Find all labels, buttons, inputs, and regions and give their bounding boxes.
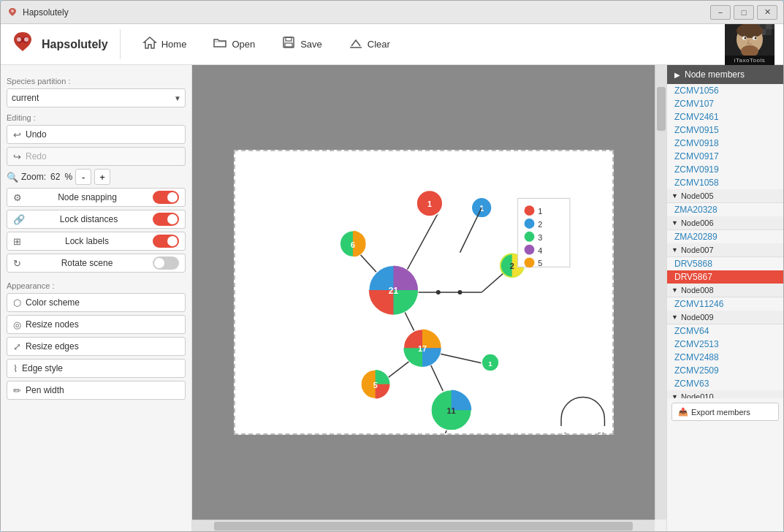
list-item[interactable]: ZMA20289 [667,230,783,243]
home-label: Home [161,39,187,50]
zoom-row: 🔍 Zoom: 62 % - + [7,169,186,185]
list-item[interactable]: ZCMV0918 [667,137,783,150]
svg-rect-9 [766,24,772,30]
node-members-title: Node members [685,69,745,80]
save-button[interactable]: Save [271,31,332,57]
zoom-value: 62 [50,172,60,182]
list-item[interactable]: ZCMV2509 [667,364,783,377]
rotate-scene-toggle[interactable] [153,256,179,270]
list-item[interactable]: DRV5868 [667,257,783,270]
pen-width-button[interactable]: ✏ Pen width [7,381,186,400]
titlebar: Hapsolutely − □ ✕ [1,1,783,24]
color-scheme-button[interactable]: ⬡ Color scheme [7,293,186,312]
group-icon: ▼ [671,286,678,294]
node-group[interactable]: ▼Node005 [667,189,783,203]
list-item[interactable]: ZCMV1058 [667,176,783,189]
export-icon: 📤 [678,407,688,417]
node-group[interactable]: ▼Node010 [667,390,783,398]
svg-point-0 [11,10,14,12]
edge-style-button[interactable]: ⌇ Edge style [7,359,186,378]
lock-labels-toggle[interactable] [153,235,179,248]
svg-point-70 [524,232,534,242]
group-label: Node005 [681,191,714,200]
maximize-button[interactable]: □ [734,5,754,20]
svg-text:1: 1 [488,360,492,368]
horizontal-scrollbar[interactable] [192,520,655,531]
vertical-scroll-thumb[interactable] [657,87,666,131]
network-visualization[interactable]: 1 1 6 [235,151,612,433]
svg-rect-13 [766,29,772,35]
zoom-icon: 🔍 [7,172,18,183]
node-group[interactable]: ▼Node007 [667,243,783,257]
save-label: Save [300,39,322,50]
species-dropdown[interactable]: current [7,88,186,107]
redo-button[interactable]: ↪ Redo [7,147,186,166]
zoom-plus-button[interactable]: + [94,169,110,185]
list-item[interactable]: ZCMV2513 [667,338,783,351]
node-members-header[interactable]: ▶ Node members [667,65,783,84]
color-scheme-label: Color scheme [26,297,80,308]
node-group[interactable]: ▼Node006 [667,216,783,230]
list-item[interactable]: ZCMV64 [667,324,783,338]
node-group[interactable]: ▼Node008 [667,284,783,297]
minimize-button[interactable]: − [710,5,731,20]
list-item[interactable]: ZCMV0917 [667,150,783,163]
list-item[interactable]: ZCMV0919 [667,163,783,176]
resize-nodes-icon: ◎ [13,319,21,330]
zoom-percent: % [64,172,72,182]
open-icon [213,36,227,53]
list-item[interactable]: ZCMV11246 [667,297,783,311]
open-button[interactable]: Open [202,31,265,57]
svg-text:21: 21 [388,286,398,296]
home-button[interactable]: Home [132,31,197,57]
svg-point-16 [737,24,763,39]
list-item[interactable]: ZCMV1056 [667,84,783,97]
node-group[interactable]: ▼Node009 [667,311,783,324]
rotate-scene-row[interactable]: ↻ Rotate scene [7,254,186,273]
list-item[interactable]: DRV5867 [667,270,783,284]
undo-button[interactable]: ↩ Undo [7,125,186,144]
node-snapping-row[interactable]: ⚙ Node snapping [7,188,186,207]
svg-rect-10 [772,24,775,30]
app-logo: Hapsolutely [9,29,121,59]
svg-text:5: 5 [538,259,542,267]
list-item[interactable]: ZCMV63 [667,377,783,390]
svg-point-68 [524,218,534,229]
node-snapping-toggle[interactable] [153,191,179,204]
lock-distances-toggle[interactable] [153,213,179,226]
clear-button[interactable]: Clear [338,31,400,57]
resize-nodes-button[interactable]: ◎ Resize nodes [7,315,186,334]
lock-labels-icon: ⊞ [13,236,21,247]
canvas-frame[interactable]: 1 1 6 [234,150,614,435]
group-label: Node007 [681,246,714,254]
export-members-button[interactable]: 📤 Export members [671,403,779,421]
left-panel: Species partition : current ▼ Editing : … [1,65,192,531]
zoom-minus-button[interactable]: - [75,169,91,185]
svg-point-26 [457,290,462,294]
list-item[interactable]: ZCMV2488 [667,351,783,364]
group-icon: ▼ [671,192,678,200]
undo-icon: ↩ [13,129,21,140]
vertical-scrollbar[interactable] [655,65,666,520]
lock-labels-row[interactable]: ⊞ Lock labels [7,232,186,251]
close-button[interactable]: ✕ [757,5,777,20]
svg-text:6: 6 [350,240,354,249]
species-dropdown-wrapper: current ▼ [7,88,186,107]
app-name: Hapsolutely [42,38,108,51]
canvas-background[interactable]: 1 1 6 [192,65,655,520]
canvas-container: 1 1 6 [192,65,666,531]
list-item[interactable]: ZCMV2461 [667,110,783,123]
svg-text:2: 2 [509,262,514,270]
svg-point-72 [524,245,534,255]
svg-point-66 [524,205,534,216]
list-item[interactable]: ZCMV0915 [667,123,783,137]
window-title: Hapsolutely [23,7,710,18]
svg-point-74 [524,257,534,267]
svg-point-1 [17,37,21,42]
resize-edges-button[interactable]: ⤢ Resize edges [7,337,186,356]
edge-style-label: Edge style [22,363,63,373]
lock-distances-row[interactable]: 🔗 Lock distances [7,210,186,229]
list-item[interactable]: ZCMV107 [667,97,783,110]
horizontal-scroll-thumb[interactable] [214,522,633,531]
list-item[interactable]: ZMA20328 [667,203,783,216]
